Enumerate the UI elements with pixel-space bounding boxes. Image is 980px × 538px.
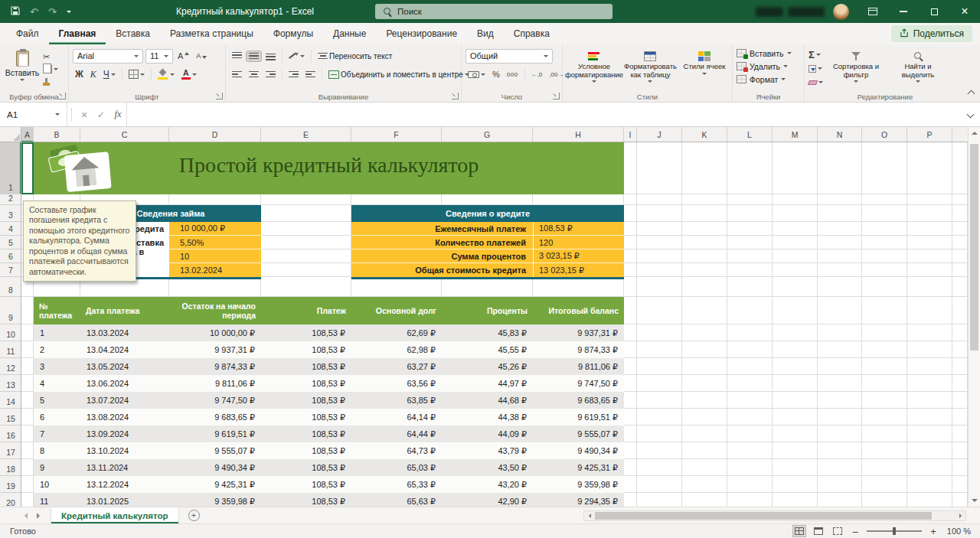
cell[interactable]: 1 [34, 324, 80, 341]
avatar[interactable] [833, 4, 849, 20]
cell[interactable]: 13.09.2024 [80, 426, 169, 442]
row-header-3[interactable]: 3 [0, 205, 21, 222]
cell[interactable]: 9 359,98 ₽ [169, 493, 261, 507]
schedule-header-2[interactable]: Остаток на начало периода [169, 297, 261, 324]
copy-button[interactable] [43, 64, 58, 74]
cell[interactable]: 44,09 ₽ [442, 426, 533, 442]
cell[interactable]: 108,53 ₽ [261, 409, 351, 426]
cell[interactable]: 6 [34, 409, 80, 426]
zoom-slider-thumb[interactable] [893, 527, 896, 535]
zoom-level[interactable]: 100 % [945, 527, 971, 536]
cell[interactable]: 9 683,65 ₽ [533, 392, 624, 409]
row-header-13[interactable]: 13 [0, 375, 21, 392]
cell[interactable]: 13.06.2024 [80, 375, 169, 392]
column-header-H[interactable]: H [533, 127, 624, 142]
row-header-5[interactable]: 5 [0, 236, 21, 249]
title-banner-cell[interactable]: Простой кредитный калькулятор [34, 142, 624, 194]
info-value[interactable]: 10 000,00 ₽ [169, 222, 261, 236]
redo-icon[interactable]: ↷ [48, 7, 57, 17]
ribbon-tab-5[interactable]: Данные [323, 23, 376, 44]
cell[interactable]: 65,63 ₽ [351, 493, 442, 507]
cell-styles-button[interactable]: Стили ячеек [679, 48, 730, 75]
cell[interactable]: 108,53 ₽ [261, 341, 351, 358]
close-button[interactable] [949, 0, 980, 23]
cell[interactable]: 9 747,50 ₽ [169, 392, 261, 409]
selected-cell-a1[interactable] [21, 142, 34, 194]
ribbon-tab-1[interactable]: Главная [49, 23, 106, 44]
column-header-N[interactable]: N [818, 127, 862, 142]
cell[interactable]: 9 490,34 ₽ [533, 442, 624, 459]
cell[interactable]: 9 747,50 ₽ [533, 375, 624, 392]
zoom-in-button[interactable] [929, 527, 938, 536]
percent-style-button[interactable]: % [490, 69, 502, 80]
zoom-out-button[interactable] [851, 527, 860, 536]
cell[interactable]: 9 619,51 ₽ [533, 409, 624, 426]
scroll-right-icon[interactable] [955, 514, 965, 518]
cell[interactable]: 9 425,31 ₽ [169, 476, 261, 493]
enter-icon[interactable] [93, 109, 109, 120]
cell[interactable]: 4 [34, 375, 80, 392]
cell[interactable]: 13.07.2024 [80, 392, 169, 409]
font-size-select[interactable]: 11 [145, 49, 173, 64]
align-center-button[interactable] [247, 70, 261, 80]
schedule-header-4[interactable]: Основной долг [351, 297, 442, 324]
cell[interactable]: 45,55 ₽ [442, 341, 533, 358]
column-header-I[interactable]: I [624, 127, 637, 142]
cell[interactable]: 43,20 ₽ [442, 476, 533, 493]
alignment-dialog-launcher-icon[interactable] [452, 93, 459, 99]
vertical-scrollbar-thumb[interactable] [970, 144, 978, 351]
increase-decimal-button[interactable]: ←,0 [529, 70, 545, 79]
grow-font-button[interactable]: А [175, 51, 191, 61]
column-header-K[interactable]: K [682, 127, 727, 142]
info-label[interactable]: Ежемесячный платеж [351, 222, 533, 236]
info-value[interactable]: 3 023,15 ₽ [533, 249, 624, 263]
cell[interactable]: 9 555,07 ₽ [169, 442, 261, 459]
row-header-1[interactable]: 1 [0, 142, 21, 194]
row-header-9[interactable]: 9 [0, 297, 21, 324]
cell[interactable]: 64,73 ₽ [351, 442, 442, 459]
ribbon-tab-0[interactable]: Файл [6, 23, 49, 44]
comma-style-button[interactable]: 000 [505, 70, 521, 79]
column-header-A[interactable]: A [21, 127, 34, 142]
info-label[interactable]: Количество платежей [351, 236, 533, 249]
cell[interactable]: 108,53 ₽ [261, 324, 351, 341]
column-header-P[interactable]: P [907, 127, 952, 142]
insert-function-icon[interactable]: fx [109, 109, 126, 120]
format-cells-button[interactable]: Формат [737, 73, 802, 86]
row-header-7[interactable]: 7 [0, 263, 21, 277]
namebox-splitter[interactable] [71, 109, 72, 121]
cell[interactable]: 9 425,31 ₽ [533, 459, 624, 476]
row-header-4[interactable]: 4 [0, 222, 21, 236]
info-value[interactable]: 10 [169, 249, 261, 263]
add-sheet-button[interactable] [188, 510, 200, 521]
cell[interactable]: 44,97 ₽ [442, 375, 533, 392]
cell[interactable]: 63,56 ₽ [351, 375, 442, 392]
font-color-button[interactable]: А [179, 68, 199, 81]
horizontal-scrollbar-thumb[interactable] [595, 512, 932, 520]
info-value[interactable]: 5,50% [169, 236, 261, 249]
cell[interactable]: 9 619,51 ₽ [169, 426, 261, 442]
cell[interactable]: 108,53 ₽ [261, 493, 351, 507]
maximize-button[interactable] [919, 0, 949, 23]
cell[interactable]: 45,26 ₽ [442, 358, 533, 375]
row-header-2[interactable]: 2 [0, 194, 21, 205]
ribbon-tab-4[interactable]: Формулы [263, 23, 323, 44]
cell[interactable]: 62,98 ₽ [351, 341, 442, 358]
orientation-button[interactable] [286, 51, 307, 62]
column-header-F[interactable]: F [351, 127, 442, 142]
cell[interactable]: 7 [34, 426, 80, 442]
row-header-14[interactable]: 14 [0, 392, 21, 409]
name-box[interactable]: A1 [0, 103, 67, 126]
cell[interactable]: 62,69 ₽ [351, 324, 442, 341]
cell[interactable]: 13.12.2024 [80, 476, 169, 493]
cell[interactable]: 43,50 ₽ [442, 459, 533, 476]
number-format-select[interactable]: Общий [466, 49, 553, 64]
cell[interactable]: 65,33 ₽ [351, 476, 442, 493]
formula-input[interactable] [126, 103, 960, 126]
cell[interactable]: 9 683,65 ₽ [169, 409, 261, 426]
cell[interactable]: 65,03 ₽ [351, 459, 442, 476]
cancel-icon[interactable] [76, 109, 93, 121]
cell[interactable]: 64,44 ₽ [351, 426, 442, 442]
scroll-left-icon[interactable] [584, 514, 595, 518]
row-header-15[interactable]: 15 [0, 409, 21, 426]
